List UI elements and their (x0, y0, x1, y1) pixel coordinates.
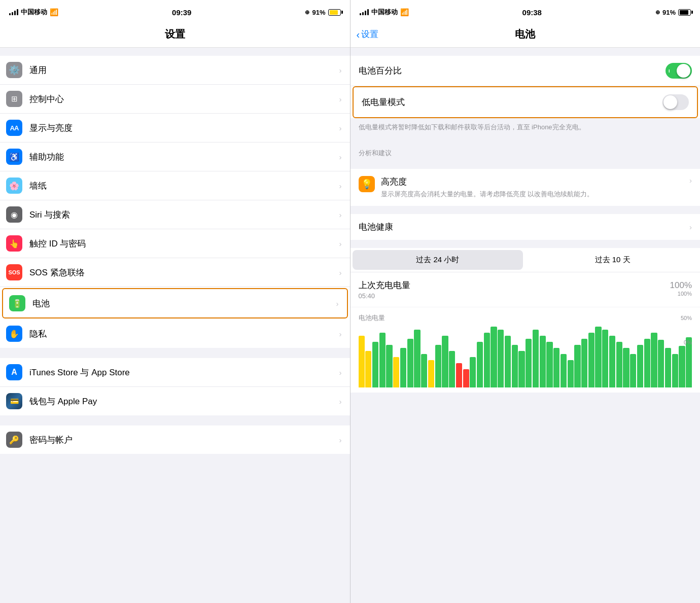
chart-bar (365, 351, 371, 387)
display-chevron: › (339, 124, 342, 132)
chart-bar (672, 354, 678, 387)
location-icon-right: ⊕ (655, 9, 660, 16)
touchid-icon: 👆 (6, 235, 22, 252)
settings-group-2: A iTunes Store 与 App Store › 💳 钱包与 Apple… (0, 358, 350, 415)
chart-bar (658, 340, 664, 387)
wallet-label: 钱包与 Apple Pay (29, 396, 339, 407)
status-left: 中国移动 📶 (9, 8, 58, 17)
signal-bar-r2 (362, 12, 364, 15)
battery-pct-right: 91% (662, 9, 676, 16)
chart-bar (561, 354, 567, 387)
signal-bar-4 (17, 9, 18, 15)
battery-settings-content: 电池百分比 I 低电量模式 低电量模式将暂时降低如下载和邮件获取等后台活动，直至… (351, 48, 701, 603)
last-charge-row: 上次充电电量 100% (359, 279, 692, 291)
settings-item-wallpaper[interactable]: 🌸 墙纸 › (0, 171, 350, 200)
siri-label: Siri 与搜索 (29, 209, 339, 221)
chart-bar (477, 342, 483, 387)
settings-group-1: ⚙️ 通用 › ⊞ 控制中心 › AA 显示与亮度 › ♿ 辅助功能 › (0, 56, 350, 348)
status-right-right: ⊕ 91% (655, 9, 691, 16)
chart-bar (428, 360, 434, 387)
chart-title: 电池电量 (359, 313, 385, 323)
battery-label: 电池 (32, 298, 336, 309)
right-panel: 中国移动 📶 09:38 ⊕ 91% ‹ 设置 电池 电池百分比 I (351, 0, 701, 603)
toggle-thumb-off (663, 95, 677, 109)
chart-bar (372, 342, 378, 387)
settings-item-passwords[interactable]: 🔑 密码与帐户 › (0, 425, 350, 454)
wallpaper-chevron: › (339, 182, 342, 190)
chart-bar (623, 348, 629, 387)
battery-health-chevron: › (689, 223, 692, 231)
chart-bar (637, 345, 643, 387)
chart-bar (644, 339, 650, 387)
time-left: 09:39 (172, 8, 191, 17)
battery-toggles-section: 电池百分比 I 低电量模式 (351, 56, 701, 118)
battery-percent-toggle[interactable]: I (666, 63, 692, 79)
battery-icon-left (328, 9, 341, 16)
status-bar-right: 中国移动 📶 09:38 ⊕ 91% (351, 0, 701, 22)
settings-item-touchid[interactable]: 👆 触控 ID 与密码 › (0, 229, 350, 258)
high-brightness-section: 💡 高亮度 显示屏亮度高会消耗大量的电量。请考虑降低亮度 以改善电池续航能力。 … (351, 169, 701, 206)
chart-bar (442, 336, 448, 387)
chart-bar (498, 330, 504, 387)
chart-bar (679, 346, 685, 387)
settings-item-display[interactable]: AA 显示与亮度 › (0, 114, 350, 143)
tab-10d[interactable]: 过去 10 天 (527, 250, 698, 270)
chart-bar (400, 348, 406, 387)
chart-bar (602, 330, 608, 387)
settings-item-accessibility[interactable]: ♿ 辅助功能 › (0, 143, 350, 171)
wallpaper-icon: 🌸 (6, 178, 22, 194)
chart-bar (456, 363, 462, 387)
chart-bar (533, 330, 539, 387)
battery-chevron: › (336, 299, 339, 308)
chart-bar (484, 333, 490, 387)
chart-bar (414, 330, 420, 387)
passwords-icon: 🔑 (6, 432, 22, 448)
battery-health-row[interactable]: 电池健康 › (351, 214, 701, 240)
battery-percent-row: 电池百分比 I (351, 56, 701, 86)
chart-bar (574, 345, 580, 387)
itunes-label: iTunes Store 与 App Store (29, 367, 339, 378)
high-brightness-row[interactable]: 💡 高亮度 显示屏亮度高会消耗大量的电量。请考虑降低亮度 以改善电池续航能力。 … (351, 169, 701, 206)
settings-item-privacy[interactable]: ✋ 隐私 › (0, 320, 350, 348)
signal-bar-1 (9, 13, 11, 15)
chart-bar (609, 336, 615, 387)
battery-chart (359, 327, 692, 387)
battery-chart-section: 电池电量 100% 50% 0% (351, 307, 701, 393)
touchid-chevron: › (339, 239, 342, 248)
back-button[interactable]: ‹ 设置 (357, 28, 379, 40)
last-charge-title: 上次充电电量 (359, 279, 410, 291)
sos-icon: SOS (6, 264, 22, 280)
battery-pct-left: 91% (312, 9, 325, 16)
settings-item-general[interactable]: ⚙️ 通用 › (0, 56, 350, 85)
general-label: 通用 (29, 64, 339, 76)
chart-bar (588, 333, 594, 387)
location-icon-left: ⊕ (305, 9, 309, 16)
accessibility-chevron: › (339, 153, 342, 161)
settings-item-control-center[interactable]: ⊞ 控制中心 › (0, 85, 350, 114)
settings-section-1: ⚙️ 通用 › ⊞ 控制中心 › AA 显示与亮度 › ♿ 辅助功能 › (0, 48, 350, 454)
chart-bar (526, 339, 532, 387)
settings-item-battery[interactable]: 🔋 电池 › (2, 288, 348, 318)
display-icon: AA (6, 120, 22, 136)
last-charge-section: 上次充电电量 100% 05:40 (351, 272, 701, 307)
nav-bar-right: ‹ 设置 电池 (351, 22, 701, 48)
low-power-toggle[interactable] (662, 94, 689, 110)
touchid-label: 触控 ID 与密码 (29, 238, 339, 250)
tab-24h[interactable]: 过去 24 小时 (353, 250, 523, 270)
settings-item-itunes[interactable]: A iTunes Store 与 App Store › (0, 358, 350, 387)
settings-item-sos[interactable]: SOS SOS 紧急联络 › (0, 258, 350, 287)
settings-item-siri[interactable]: ◉ Siri 与搜索 › (0, 200, 350, 229)
display-label: 显示与亮度 (29, 122, 339, 134)
battery-icon-right (678, 9, 691, 16)
back-chevron-icon: ‹ (357, 29, 360, 40)
low-power-description: 低电量模式将暂时降低如下载和邮件获取等后台活动，直至 iPhone完全充电。 (351, 118, 701, 140)
status-bar-left: 中国移动 📶 09:39 ⊕ 91% (0, 0, 350, 22)
chart-100-label: 100% (678, 291, 692, 297)
last-charge-pct: 100% (670, 280, 692, 291)
battery-health-section: 电池健康 › (351, 214, 701, 240)
settings-item-wallet[interactable]: 💳 钱包与 Apple Pay › (0, 387, 350, 415)
battery-fill-left (330, 10, 338, 15)
status-left-right: 中国移动 📶 (360, 8, 409, 17)
chart-bar (435, 345, 441, 387)
analytics-section-header: 分析和建议 (351, 140, 701, 161)
